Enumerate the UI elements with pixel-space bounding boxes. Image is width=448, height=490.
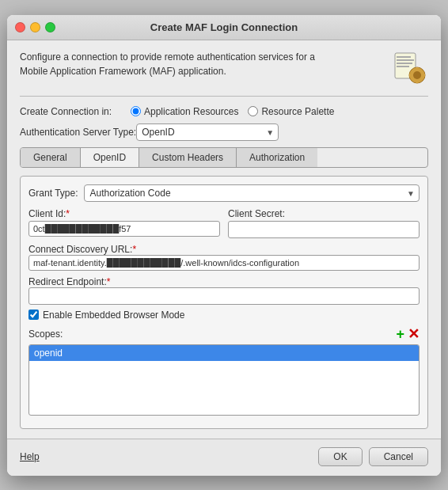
scopes-remove-button[interactable]: ✕ [408, 327, 420, 341]
client-id-input[interactable] [28, 221, 220, 237]
tab-openid[interactable]: OpenID [81, 148, 139, 167]
header-icon [390, 50, 428, 88]
svg-rect-9 [409, 74, 412, 77]
grant-type-row: Grant Type: Authorization Code Implicit … [28, 184, 420, 202]
client-row: Client Id:* Client Secret: [28, 208, 420, 238]
connect-url-input[interactable] [28, 255, 420, 271]
close-button[interactable] [15, 22, 25, 32]
header-section: Configure a connection to provide remote… [7, 40, 441, 439]
enable-embedded-checkbox[interactable] [28, 310, 39, 320]
svg-rect-10 [422, 74, 425, 77]
scopes-label: Scopes: [28, 329, 63, 340]
radio-app-resources-label: Application Resources [144, 106, 238, 117]
auth-server-type-label: Authentication Server Type: [20, 127, 136, 138]
window-buttons [15, 22, 55, 32]
header-line2: Mobile Application Framework (MAF) appli… [20, 66, 226, 77]
create-connection-row: Create Connection in: Application Resour… [20, 106, 428, 117]
grant-type-select[interactable]: Authorization Code Implicit Client Crede… [84, 184, 420, 202]
radio-resource-palette[interactable]: Resource Palette [248, 106, 334, 117]
grant-type-select-wrapper: Authorization Code Implicit Client Crede… [84, 184, 420, 202]
tab-custom-headers[interactable]: Custom Headers [139, 148, 237, 167]
minimize-button[interactable] [30, 22, 40, 32]
dialog-container: Create MAF Login Connection Configure a … [7, 15, 441, 476]
enable-embedded-row: Enable Embedded Browser Mode [28, 310, 420, 321]
connect-url-row: Connect Discovery URL:* [28, 243, 420, 271]
footer-buttons: OK Cancel [318, 447, 428, 466]
scope-item-openid[interactable]: openid [29, 345, 419, 361]
client-id-label: Client Id:* [28, 208, 220, 219]
tab-general[interactable]: General [21, 148, 81, 167]
svg-rect-1 [397, 56, 411, 58]
svg-rect-7 [416, 67, 419, 70]
tabs-bar: General OpenID Custom Headers Authorizat… [20, 147, 428, 168]
header-description: Configure a connection to provide remote… [20, 50, 336, 78]
maximize-button[interactable] [45, 22, 55, 32]
scopes-section: Scopes: + ✕ openid [28, 327, 420, 416]
enable-embedded-label: Enable Embedded Browser Mode [43, 310, 184, 321]
svg-point-6 [413, 71, 421, 79]
auth-server-type-row: Authentication Server Type: OpenID HTTP … [20, 123, 428, 141]
ok-button[interactable]: OK [318, 447, 362, 466]
tab-authorization[interactable]: Authorization [237, 148, 317, 167]
redirect-row: Redirect Endpoint:* idcsmobileapp://noda… [28, 275, 420, 305]
radio-group: Application Resources Resource Palette [131, 106, 334, 117]
titlebar: Create MAF Login Connection [7, 15, 441, 40]
cancel-button[interactable]: Cancel [369, 447, 428, 466]
header-line1: Configure a connection to provide remote… [20, 51, 315, 63]
client-secret-input[interactable] [228, 221, 420, 238]
client-secret-col: Client Secret: [228, 208, 420, 238]
svg-rect-2 [397, 59, 414, 61]
connect-url-value [28, 255, 420, 271]
scopes-add-button[interactable]: + [396, 327, 404, 341]
help-link[interactable]: Help [20, 451, 40, 462]
grant-type-label: Grant Type: [28, 188, 78, 199]
scopes-list[interactable]: openid [28, 344, 420, 416]
radio-resource-palette-label: Resource Palette [261, 106, 334, 117]
scopes-buttons: + ✕ [396, 327, 420, 341]
redirect-label: Redirect Endpoint:* [28, 276, 110, 287]
svg-rect-8 [416, 80, 419, 83]
footer: Help OK Cancel [7, 439, 441, 476]
dialog-title: Create MAF Login Connection [150, 21, 298, 33]
connect-url-label: Connect Discovery URL:* [28, 244, 136, 255]
client-id-col: Client Id:* [28, 208, 220, 238]
svg-rect-4 [397, 66, 409, 67]
auth-server-select[interactable]: OpenID HTTP Basic OAuth [136, 123, 279, 141]
svg-rect-3 [397, 63, 412, 64]
tab-content-openid: Grant Type: Authorization Code Implicit … [20, 176, 428, 429]
scopes-header: Scopes: + ✕ [28, 327, 420, 341]
header-area: Configure a connection to provide remote… [20, 50, 428, 97]
auth-server-select-wrapper: OpenID HTTP Basic OAuth ▼ [136, 123, 279, 141]
client-secret-label: Client Secret: [228, 208, 420, 219]
redirect-input[interactable]: idcsmobileapp://nodata [28, 287, 420, 305]
create-connection-label: Create Connection in: [20, 106, 131, 117]
radio-app-resources[interactable]: Application Resources [131, 106, 238, 117]
